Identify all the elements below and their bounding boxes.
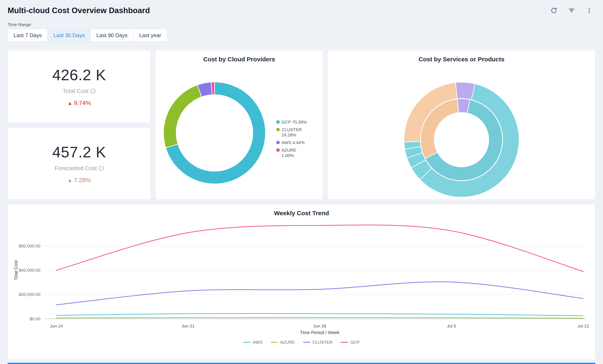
y-tick-label: $40,000.00: [19, 268, 40, 273]
forecasted-cost-value: 457.2 K: [52, 143, 106, 161]
legend-item-cluster[interactable]: CLUSTER 24.28%: [276, 127, 310, 138]
time-range-label: Time Range: [8, 22, 595, 27]
x-tick-label: Jun 14: [50, 324, 63, 328]
info-icon[interactable]: i: [99, 166, 104, 171]
y-axis-title: Total Cost: [13, 260, 19, 280]
weekly-cost-trend-chart[interactable]: $0.00$20,000.00$40,000.00$60,000.00Jun 1…: [8, 204, 595, 360]
x-tick-label: Jul 12: [577, 324, 589, 328]
up-arrow-icon: ▲: [68, 177, 72, 183]
page-title: Multi-cloud Cost Overview Dashboard: [8, 6, 150, 15]
time-range-group: Last 7 DaysLast 30 DaysLast 90 DaysLast …: [8, 29, 167, 42]
trend-legend: AWSAZURECLUSTERGCP: [8, 340, 595, 345]
legend-label: AWS 4.44%: [282, 140, 305, 145]
legend-label: AZURE 1.00%: [282, 147, 310, 158]
info-icon[interactable]: i: [91, 89, 95, 94]
forecasted-cost-label: Forecasted Cost i: [55, 165, 104, 172]
legend-item-aws[interactable]: AWS: [243, 340, 263, 345]
y-tick-label: $60,000.00: [19, 243, 40, 248]
dashboard-page: Multi-cloud Cost Overview Dashboard: [0, 0, 603, 360]
cost-by-providers-card: Cost by Cloud Providers GCP 70.28%CLUSTE…: [155, 50, 323, 200]
series-line-gcp[interactable]: [56, 225, 583, 271]
filter-icon: [568, 7, 575, 14]
series-line-azure[interactable]: [56, 317, 583, 318]
legend-item-cluster[interactable]: CLUSTER: [303, 340, 333, 345]
x-axis-title: Time Period / Week: [300, 330, 339, 335]
bottom-accent-bar: [8, 363, 595, 364]
x-tick-label: Jun 21: [182, 324, 195, 328]
legend-label: AZURE: [280, 340, 295, 345]
legend-line-icon: [303, 342, 310, 343]
x-tick-label: Jun 28: [313, 324, 326, 328]
forecasted-cost-delta: ▲ 7.28%: [68, 177, 91, 184]
slice-azure[interactable]: [211, 82, 215, 95]
series-line-aws[interactable]: [56, 314, 583, 316]
x-tick-label: Jul 5: [447, 324, 456, 328]
kpi-column: 426.2 K Total Cost i ▲ 9.74% 457.2 K For…: [8, 50, 151, 200]
filter-button[interactable]: [568, 6, 576, 15]
legend-dot-icon: [276, 141, 280, 144]
cost-by-services-card: Cost by Services or Products: [328, 50, 595, 200]
legend-label: GCP 70.28%: [282, 119, 307, 125]
total-cost-delta: ▲ 9.74%: [68, 100, 91, 107]
delta-value: 7.28%: [74, 177, 91, 184]
legend-dot-icon: [276, 148, 280, 152]
legend-item-gcp[interactable]: GCP: [341, 340, 360, 345]
time-range-last-year[interactable]: Last year: [133, 29, 167, 42]
legend-dot-icon: [276, 120, 280, 124]
legend-label: CLUSTER: [312, 340, 333, 345]
y-tick-label: $20,000.00: [19, 292, 40, 297]
cards-row: 426.2 K Total Cost i ▲ 9.74% 457.2 K For…: [8, 50, 595, 200]
legend-item-azure[interactable]: AZURE: [271, 340, 295, 345]
header-actions: [550, 6, 595, 15]
weekly-cost-trend-card: Weekly Cost Trend $0.00$20,000.00$40,000…: [8, 204, 595, 360]
more-options-button[interactable]: [585, 6, 593, 15]
total-cost-value: 426.2 K: [52, 66, 106, 84]
providers-legend: GCP 70.28%CLUSTER 24.28%AWS 4.44%AZURE 1…: [276, 119, 310, 160]
time-range-last-30-days[interactable]: Last 30 Days: [47, 29, 91, 42]
delta-value: 9.74%: [74, 100, 91, 107]
legend-line-icon: [341, 342, 348, 343]
legend-line-icon: [243, 342, 251, 343]
refresh-button[interactable]: [550, 6, 558, 15]
legend-label: AWS: [253, 340, 263, 345]
kebab-menu-icon: [586, 7, 593, 14]
legend-line-icon: [271, 342, 278, 343]
legend-dot-icon: [276, 128, 280, 131]
time-range-last-90-days[interactable]: Last 90 Days: [90, 29, 134, 42]
services-sunburst-chart[interactable]: [328, 50, 595, 199]
y-tick-label: $0.00: [30, 316, 40, 321]
up-arrow-icon: ▲: [68, 100, 72, 106]
refresh-icon: [550, 7, 557, 14]
slice-cluster[interactable]: [163, 85, 202, 148]
legend-label: GCP: [350, 340, 360, 345]
total-cost-card: 426.2 K Total Cost i ▲ 9.74%: [8, 50, 151, 122]
forecasted-cost-card: 457.2 K Forecasted Cost i ▲ 7.28%: [8, 127, 151, 200]
time-range-section: Time Range Last 7 DaysLast 30 DaysLast 9…: [8, 22, 595, 42]
series-line-cluster[interactable]: [56, 282, 583, 305]
legend-item-gcp[interactable]: GCP 70.28%: [276, 119, 310, 125]
header: Multi-cloud Cost Overview Dashboard: [8, 3, 595, 18]
legend-label: CLUSTER 24.28%: [282, 127, 310, 138]
time-range-last-7-days[interactable]: Last 7 Days: [8, 29, 48, 42]
legend-item-azure[interactable]: AZURE 1.00%: [276, 147, 310, 158]
total-cost-label: Total Cost i: [63, 88, 95, 94]
legend-item-aws[interactable]: AWS 4.44%: [276, 140, 310, 145]
